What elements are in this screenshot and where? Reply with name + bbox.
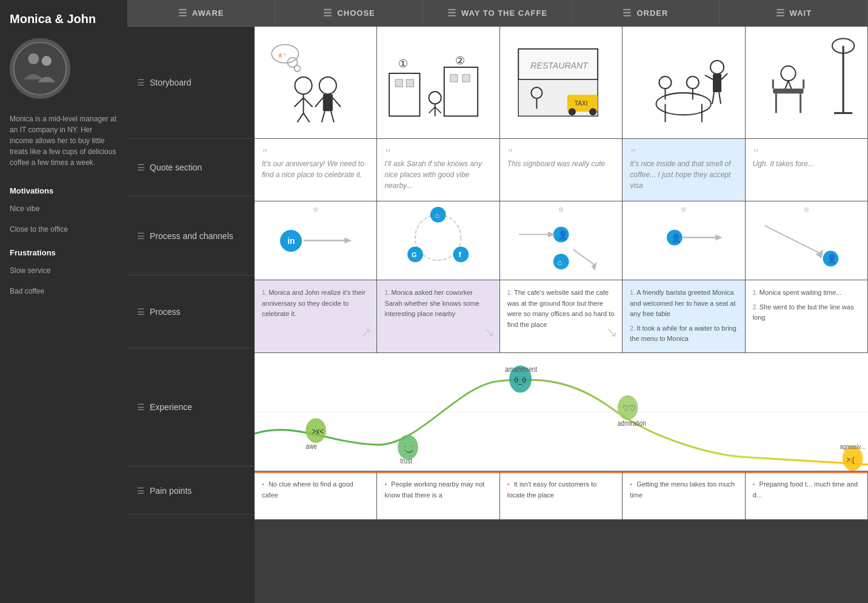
svg-line-63: [788, 81, 791, 89]
step-num-5b: 2.: [753, 304, 760, 311]
svg-rect-19: [390, 73, 420, 116]
pain-cell-2: • People working nearby may not know tha…: [377, 471, 499, 519]
svg-marker-65: [344, 238, 352, 244]
process-text-5b: She went to the but the line was long: [753, 303, 854, 322]
persona-name: Monica & John: [10, 12, 118, 26]
svg-line-45: [705, 75, 713, 79]
svg-text:TAXI: TAXI: [575, 100, 588, 107]
quote-cell-4: " It's nice inside and that smell of cof…: [623, 139, 745, 201]
quote-mark-1: ": [262, 149, 369, 158]
quote-mark-5: ": [753, 149, 860, 158]
process-arrow-2: ↘: [484, 322, 495, 343]
storyboard-row: 🎂? ① ②: [255, 27, 868, 139]
menu-icon-choose: ☰: [323, 7, 332, 19]
svg-rect-24: [450, 75, 458, 82]
stage-wait-label: WAIT: [790, 8, 812, 18]
stage-order: ☰ ORDER: [572, 0, 719, 26]
stage-choose: ☰ CHOOSE: [275, 0, 423, 26]
svg-line-46: [721, 73, 727, 79]
svg-line-6: [304, 98, 313, 107]
pain-cell-5: • Preparing food t... much time and d...: [746, 471, 868, 519]
svg-text:👤: 👤: [558, 230, 569, 240]
process-text-5a: Monica spent waiting time...: [760, 289, 842, 296]
label-storyboard: ☰ Storyboard: [127, 27, 255, 139]
svg-point-0: [14, 42, 66, 95]
svg-text:🎂?: 🎂?: [278, 52, 285, 58]
pain-cell-4: • Getting the menu takes too much time: [623, 471, 745, 519]
menu-icon-ex: ☰: [137, 402, 145, 412]
quote-row: " It's our anniversary! We need to find …: [255, 139, 868, 201]
svg-text:trust: trust: [400, 457, 412, 465]
content-area: ☰ Storyboard ☰ Quote section ☰ Process a…: [127, 27, 868, 603]
persona-bio: Monica is a mid-level manager at an IT c…: [10, 113, 118, 168]
svg-text:👤: 👤: [671, 233, 682, 243]
quote-cell-1: " It's our anniversary! We need to find …: [255, 139, 377, 201]
stage-aware: ☰ AWARE: [127, 0, 275, 26]
svg-rect-44: [713, 74, 721, 92]
svg-text:admiration: admiration: [618, 420, 646, 428]
svg-rect-21: [407, 79, 414, 87]
process-cell-4: 1. A friendly barista greeted Monica and…: [623, 280, 745, 352]
label-process: ☰ Process: [127, 275, 255, 348]
motivation-1: Nice vibe: [10, 203, 118, 216]
svg-point-49: [659, 76, 672, 89]
bullet-2: •: [384, 480, 387, 488]
menu-icon-aware: ☰: [178, 7, 187, 19]
quote-cell-3: " This signboard was really cute: [500, 139, 623, 201]
svg-line-29: [429, 107, 435, 113]
main-area: ☰ AWARE ☰ CHOOSE ☰ WAY TO THE CAFFE ☰ OR…: [127, 0, 868, 603]
storyboard-cell-2: ① ②: [377, 27, 499, 138]
svg-line-7: [297, 113, 303, 122]
svg-text:♡♡: ♡♡: [623, 403, 636, 413]
label-channels: ☰ Process and channels: [127, 197, 255, 275]
menu-icon-pr: ☰: [137, 307, 145, 317]
process-text-4b: It took a while for a waiter to bring th…: [630, 325, 736, 343]
bullet-3: •: [507, 480, 510, 488]
svg-text:RESTAURANT: RESTAURANT: [530, 61, 589, 70]
svg-text:f: f: [459, 250, 462, 259]
svg-marker-88: [815, 249, 823, 258]
svg-line-79: [573, 249, 594, 264]
svg-point-3: [295, 77, 312, 94]
svg-point-40: [656, 93, 712, 115]
label-storyboard-text: Storyboard: [150, 78, 191, 87]
experience-row: >x< awe :‿: trust ö_ö amazement ♡♡ admir…: [255, 353, 868, 471]
svg-line-12: [333, 98, 341, 107]
svg-text:>:(: >:(: [847, 455, 855, 464]
svg-text:>x<: >x<: [312, 426, 324, 436]
pain-text-4: Getting the menu takes too much time: [630, 480, 735, 499]
pain-text-5: Preparing food t... much time and d...: [753, 480, 858, 499]
label-process-text: Process: [150, 307, 181, 317]
svg-line-48: [719, 92, 721, 104]
process-row: 1. Monica and John realize it's their an…: [255, 280, 868, 353]
svg-line-8: [304, 113, 310, 122]
svg-line-62: [785, 81, 788, 89]
svg-point-27: [429, 92, 441, 104]
step-num-1: 1.: [262, 289, 269, 296]
pain-cell-3: • It isn't easy for customers to locate …: [500, 471, 623, 519]
process-cell-5: 1. Monica spent waiting time... 2. She w…: [746, 280, 868, 352]
process-arrow-1: ↗: [361, 322, 372, 343]
svg-point-2: [42, 56, 52, 66]
svg-text:agressiv...: agressiv...: [840, 443, 866, 450]
label-quote-text: Quote section: [150, 163, 202, 172]
pain-text-3: It isn't easy for customers to locate th…: [507, 480, 597, 499]
channels-cell-5: ⚙ 👤: [746, 201, 868, 280]
label-quote: ☰ Quote section: [127, 139, 255, 197]
step-num-4b: 2.: [630, 325, 636, 332]
menu-icon-sb: ☰: [137, 78, 145, 87]
svg-line-13: [322, 111, 325, 122]
menu-icon-order: ☰: [623, 7, 632, 19]
channels-row: ⚙ in ⚙: [255, 201, 868, 280]
frustrations-title: Frustrations: [10, 248, 118, 257]
svg-text:ö_ö: ö_ö: [514, 375, 526, 385]
storyboard-cell-4: [623, 27, 745, 138]
quote-text-1: It's our anniversary! We need to find a …: [262, 160, 364, 179]
quote-cell-2: " I'll ask Sarah if she knows any nice p…: [377, 139, 499, 201]
process-cell-3: 1. The cafe's website said the cafe was …: [500, 280, 623, 352]
process-arrow-3: ↘: [606, 322, 617, 343]
frustration-2: Bad coffee: [10, 285, 118, 298]
quote-text-5: Ugh. It takes fore...: [753, 160, 814, 168]
quote-mark-3: ": [507, 149, 615, 158]
svg-line-14: [331, 111, 334, 122]
